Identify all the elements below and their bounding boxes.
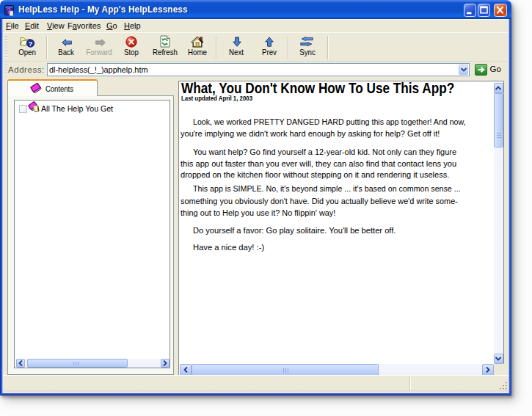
svg-text:?: ? xyxy=(29,40,33,48)
svg-text:?: ? xyxy=(6,7,11,15)
